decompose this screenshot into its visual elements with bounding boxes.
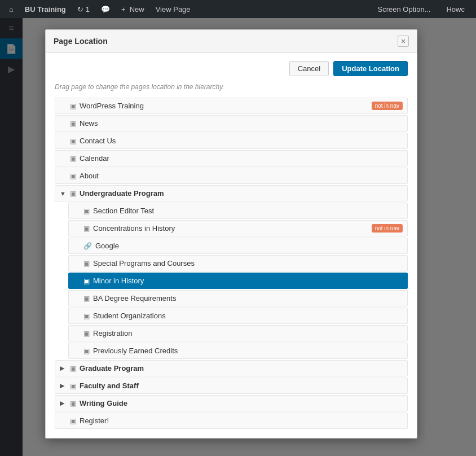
tree-row-concentrations-in-history[interactable]: ▣ Concentrations in History not in nav (68, 220, 408, 236)
toggle-collapsed-icon: ▶ (60, 382, 67, 389)
tree-row-news[interactable]: ▣ News (55, 115, 408, 131)
page-icon: ▣ (70, 400, 76, 407)
site-title[interactable]: BU Training (20, 0, 70, 18)
tree-row-graduate-program[interactable]: ▶ ▣ Graduate Program (55, 360, 408, 376)
modal-close-button[interactable]: × (398, 36, 409, 47)
tree-item-section-editor-test: ▣ Section Editor Test (68, 203, 408, 219)
not-in-nav-badge: not in nav (372, 102, 403, 110)
tree-row-contact-us[interactable]: ▣ Contact Us (55, 133, 408, 149)
toggle-collapsed-icon: ▶ (60, 365, 67, 372)
tree-row-calendar[interactable]: ▣ Calendar (55, 150, 408, 166)
view-page-item[interactable]: View Page (151, 0, 195, 18)
tree-item-wordpress-training: ▣ WordPress Training not in nav (55, 98, 408, 114)
tree-row-special-programs[interactable]: ▣ Special Programs and Courses (68, 255, 408, 271)
modal-header: Page Location × (46, 30, 417, 53)
page-icon: ▣ (70, 120, 76, 128)
page-label: About (80, 172, 403, 180)
page-icon: ▣ (83, 347, 90, 355)
tree-row-register[interactable]: ▣ Register! (55, 413, 408, 429)
page-tree: ▣ WordPress Training not in nav ▣ News (55, 98, 408, 429)
tree-row-undergraduate-program[interactable]: ▼ ▣ Undergraduate Program (55, 185, 408, 201)
page-label: BA Degree Requirements (93, 294, 403, 302)
page-label-bold: Faculty and Staff (80, 382, 403, 390)
page-icon-active: ▣ (83, 277, 90, 285)
page-icon: ▣ (70, 102, 76, 110)
update-location-button[interactable]: Update Location (333, 61, 408, 76)
site-name[interactable]: ⌂ (5, 0, 18, 18)
user-greeting[interactable]: Howc (439, 5, 471, 14)
modal-buttons: Cancel Update Location (55, 61, 408, 76)
updates-item[interactable]: ↻ 1 (73, 0, 94, 18)
comments-item[interactable]: 💬 (96, 0, 114, 18)
page-icon: ▣ (70, 417, 76, 425)
tree-row-ba-degree[interactable]: ▣ BA Degree Requirements (68, 290, 408, 306)
page-location-modal: Page Location × Cancel Update Location D… (45, 29, 417, 439)
tree-item-registration: ▣ Registration (68, 325, 408, 341)
modal-title: Page Location (54, 37, 108, 46)
page-label-bold: Writing Guide (80, 399, 403, 407)
page-label: Special Programs and Courses (93, 259, 403, 268)
modal-body: Cancel Update Location Drag page to chan… (46, 53, 417, 438)
link-icon: 🔗 (83, 242, 92, 250)
tree-item-graduate-program: ▶ ▣ Graduate Program (55, 360, 408, 376)
screen-options[interactable]: Screen Option... (371, 5, 438, 14)
page-label-active: Minor in History (93, 277, 403, 285)
page-icon: ▣ (83, 225, 90, 233)
tree-item-writing-guide: ▶ ▣ Writing Guide (55, 395, 408, 411)
page-icon: ▣ (83, 330, 90, 337)
tree-row-student-organizations[interactable]: ▣ Student Organizations (68, 308, 408, 324)
page-label: Contact Us (80, 137, 403, 145)
tree-row-section-editor-test[interactable]: ▣ Section Editor Test (68, 203, 408, 219)
page-icon: ▣ (70, 190, 76, 198)
page-icon: ▣ (70, 172, 76, 180)
tree-item-google: 🔗 Google (68, 238, 408, 254)
refresh-icon: ↻ (77, 5, 83, 14)
comments-icon: 💬 (101, 5, 110, 14)
tree-row-faculty-and-staff[interactable]: ▶ ▣ Faculty and Staff (55, 378, 408, 394)
tree-item-minor-in-history: ▣ Minor in History (68, 273, 408, 289)
toggle-expanded-icon: ▼ (60, 190, 67, 197)
page-label: Registration (93, 329, 403, 337)
page-label: Concentrations in History (93, 224, 368, 233)
tree-row-wordpress-training[interactable]: ▣ WordPress Training not in nav (55, 98, 408, 114)
page-icon: ▣ (83, 312, 90, 320)
plus-icon: + (121, 5, 126, 14)
page-icon: ▣ (70, 365, 76, 372)
page-label: Register! (80, 416, 403, 425)
page-label-bold: Undergraduate Program (80, 189, 403, 198)
page-label: News (80, 119, 403, 128)
page-label: Previously Earned Credits (93, 347, 403, 355)
page-icon: ▣ (70, 382, 76, 390)
tree-row-registration[interactable]: ▣ Registration (68, 325, 408, 341)
tree-item-special-programs: ▣ Special Programs and Courses (68, 255, 408, 271)
page-label: Student Organizations (93, 312, 403, 320)
tree-row-writing-guide[interactable]: ▶ ▣ Writing Guide (55, 395, 408, 411)
tree-item-ba-degree: ▣ BA Degree Requirements (68, 290, 408, 306)
tree-item-contact-us: ▣ Contact Us (55, 133, 408, 149)
tree-row-google[interactable]: 🔗 Google (68, 238, 408, 254)
page-icon: ▣ (83, 207, 90, 215)
tree-item-news: ▣ News (55, 115, 408, 131)
page-icon: ▣ (83, 295, 90, 302)
tree-item-faculty-and-staff: ▶ ▣ Faculty and Staff (55, 378, 408, 394)
cancel-button[interactable]: Cancel (289, 61, 329, 76)
page-label: Google (95, 242, 403, 250)
page-icon: ▣ (83, 260, 90, 268)
page-label: Calendar (80, 154, 403, 163)
page-label-bold: Graduate Program (80, 364, 403, 372)
tree-row-minor-in-history[interactable]: ▣ Minor in History (68, 273, 408, 289)
page-icon: ▣ (70, 137, 76, 145)
tree-item-calendar: ▣ Calendar (55, 150, 408, 166)
tree-row-about[interactable]: ▣ About (55, 168, 408, 184)
tree-item-undergraduate-program: ▼ ▣ Undergraduate Program ▣ Section Edit… (55, 185, 408, 359)
tree-item-student-organizations: ▣ Student Organizations (68, 308, 408, 324)
modal-instructions: Drag page to change the pages location i… (55, 83, 408, 91)
wp-logo-icon: ⌂ (9, 5, 14, 14)
page-label: WordPress Training (80, 102, 368, 110)
new-item[interactable]: + New (117, 0, 149, 18)
tree-item-concentrations-in-history: ▣ Concentrations in History not in nav (68, 220, 408, 236)
tree-row-previously-earned[interactable]: ▣ Previously Earned Credits (68, 343, 408, 359)
page-icon: ▣ (70, 155, 76, 163)
toggle-collapsed-icon: ▶ (60, 400, 67, 407)
page-background: ≡ 📄 ▶ Mi... Perm... Page Location × Canc… (0, 18, 476, 456)
